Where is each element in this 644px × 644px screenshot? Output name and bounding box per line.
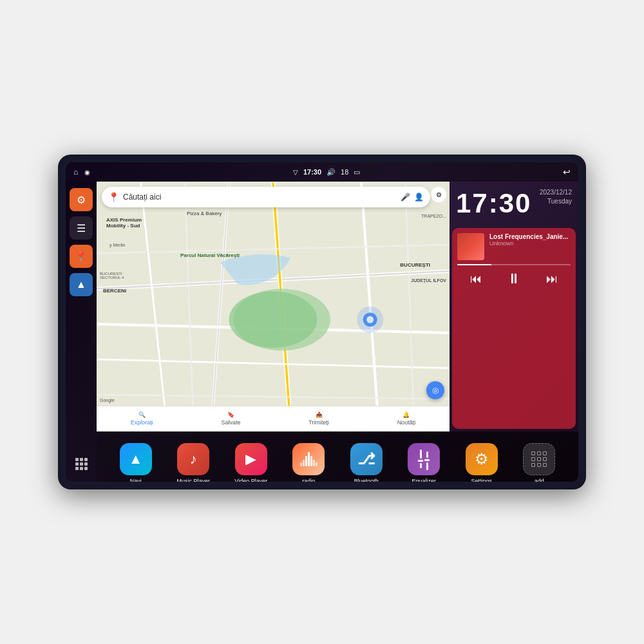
video-player-label: Video Player bbox=[234, 478, 267, 482]
navi-label: Navi bbox=[130, 478, 142, 482]
app-settings[interactable]: ⚙ Settings bbox=[462, 443, 501, 482]
navigate-icon: ▲ bbox=[76, 279, 86, 290]
map-bottom-bar: 🔍 Explorați 🔖 Salvate 📤 Trimiteți bbox=[97, 406, 450, 431]
app-video-player[interactable]: ▶ Video Player bbox=[232, 443, 270, 482]
prev-button[interactable]: ⏮ bbox=[468, 270, 484, 289]
app-add[interactable]: add bbox=[520, 443, 558, 482]
status-right: ↩ bbox=[563, 167, 571, 177]
saved-label: Salvate bbox=[222, 419, 241, 426]
map-label-buc4: BUCUREȘTISECTORUL 4 bbox=[100, 272, 124, 279]
settings-icon: ⚙ bbox=[466, 443, 498, 475]
sidebar-settings[interactable]: ⚙ bbox=[70, 188, 93, 211]
map-label-buc: BUCUREȘTI bbox=[400, 262, 430, 268]
music-track-info: Lost Frequencies_Janie... Unknown bbox=[457, 233, 571, 260]
map-tab-send[interactable]: 📤 Trimiteți bbox=[308, 412, 329, 426]
map-label-pizza: Pizza & Bakery bbox=[187, 211, 222, 216]
apps-dots bbox=[75, 458, 88, 470]
app-navi[interactable]: ▲ Navi bbox=[117, 443, 155, 482]
map-svg bbox=[97, 182, 450, 431]
add-grid bbox=[531, 451, 547, 467]
files-icon: ☰ bbox=[77, 222, 86, 234]
explore-label: Explorați bbox=[131, 419, 153, 426]
map-label-axis: AXIS PremiumMobility - Sud bbox=[106, 217, 142, 229]
bt-symbol: ⎇ bbox=[357, 450, 375, 468]
track-info: Lost Frequencies_Janie... Unknown bbox=[489, 233, 571, 247]
pause-button[interactable]: ⏸ bbox=[504, 268, 524, 290]
equalizer-label: Equalizer bbox=[412, 478, 436, 482]
google-maps-icon: 📍 bbox=[108, 192, 119, 202]
send-label: Trimiteți bbox=[308, 419, 329, 426]
svg-point-12 bbox=[229, 292, 317, 348]
add-label: add bbox=[535, 478, 544, 482]
app-bluetooth[interactable]: ⎇ Bluetooth bbox=[347, 443, 386, 482]
wifi-icon: ▽ bbox=[293, 169, 298, 176]
map-label-google: Google bbox=[100, 398, 115, 402]
sidebar-files[interactable]: ☰ bbox=[70, 216, 93, 240]
status-bar: ⌂ ◉ ▽ 17:30 🔊 18 ▭ ↩ bbox=[66, 162, 578, 182]
sidebar: ⚙ ☰ 📍 ▲ bbox=[66, 182, 97, 482]
battery-icon: ▭ bbox=[354, 168, 360, 176]
radio-label: radio bbox=[302, 478, 315, 482]
send-icon: 📤 bbox=[316, 412, 323, 418]
track-name: Lost Frequencies_Janie... bbox=[489, 233, 571, 240]
screen: ⌂ ◉ ▽ 17:30 🔊 18 ▭ ↩ ⚙ ☰ bbox=[66, 162, 578, 482]
music-controls: ⏮ ⏸ ⏭ bbox=[457, 268, 571, 290]
map-search-bar[interactable]: 📍 Căutați aici 🎤 👤 bbox=[102, 187, 430, 207]
explore-icon: 🔍 bbox=[138, 412, 146, 418]
back-icon[interactable]: ↩ bbox=[563, 167, 571, 177]
location-icon: 📍 bbox=[75, 251, 88, 263]
music-player-label: Music Player bbox=[176, 478, 210, 482]
map-status-icon[interactable]: ◉ bbox=[84, 169, 90, 176]
clock-section: 17:30 2023/12/12 Tuesday bbox=[450, 182, 578, 225]
video-player-icon: ▶ bbox=[235, 443, 267, 475]
status-center: ▽ 17:30 🔊 18 ▭ bbox=[293, 168, 360, 176]
news-icon: 🔔 bbox=[402, 412, 410, 418]
clock-time: 17:30 bbox=[456, 188, 531, 219]
app-grid: ▲ Navi ♪ Music Player ▶ bbox=[97, 431, 578, 482]
map-label-berceni: BERCENI bbox=[103, 288, 126, 294]
home-icon[interactable]: ⌂ bbox=[73, 167, 78, 176]
settings-icon: ⚙ bbox=[77, 194, 86, 206]
account-icon[interactable]: 👤 bbox=[414, 193, 424, 202]
settings-label: Settings bbox=[471, 478, 492, 482]
main-content: ⚙ ☰ 📍 ▲ bbox=[66, 182, 578, 482]
settings-symbol: ⚙ bbox=[475, 450, 489, 468]
center-content: AXIS PremiumMobility - Sud Pizza & Baker… bbox=[97, 182, 578, 482]
map-panel[interactable]: AXIS PremiumMobility - Sud Pizza & Baker… bbox=[97, 182, 450, 431]
map-settings-btn[interactable]: ⚙ bbox=[431, 187, 446, 202]
map-tab-news[interactable]: 🔔 Noutăți bbox=[397, 412, 416, 426]
top-panels: AXIS PremiumMobility - Sud Pizza & Baker… bbox=[97, 182, 578, 431]
app-radio[interactable]: radio bbox=[289, 443, 328, 482]
right-panel: 17:30 2023/12/12 Tuesday bbox=[450, 182, 578, 431]
map-label-parc: Parcul Natural Văcărești bbox=[180, 252, 240, 258]
map-tab-explore[interactable]: 🔍 Explorați bbox=[131, 412, 153, 426]
status-left: ⌂ ◉ bbox=[73, 167, 90, 176]
news-label: Noutăți bbox=[397, 419, 416, 426]
add-icon bbox=[523, 443, 555, 475]
app-music-player[interactable]: ♪ Music Player bbox=[174, 443, 213, 482]
music-player-icon: ♪ bbox=[177, 443, 209, 475]
sidebar-location[interactable]: 📍 bbox=[70, 245, 93, 268]
bluetooth-label: Bluetooth bbox=[354, 478, 379, 482]
app-equalizer[interactable]: Equalizer bbox=[404, 443, 443, 482]
map-search-text[interactable]: Căutați aici bbox=[123, 193, 397, 202]
music-widget: Lost Frequencies_Janie... Unknown ⏮ ⏸ ⏭ bbox=[452, 228, 576, 429]
apps-grid-button[interactable] bbox=[70, 452, 93, 475]
battery-level: 18 bbox=[341, 168, 348, 176]
location-fab[interactable]: ◎ bbox=[426, 381, 444, 399]
map-label-merlin: y Merlin bbox=[109, 243, 126, 247]
next-button[interactable]: ⏭ bbox=[544, 270, 560, 289]
clock-date: 2023/12/12 Tuesday bbox=[540, 188, 572, 206]
mic-icon[interactable]: 🎤 bbox=[401, 193, 410, 202]
map-label-trapez: TRAPEZO... bbox=[421, 214, 446, 218]
navi-symbol: ▲ bbox=[129, 451, 143, 468]
map-tab-saved[interactable]: 🔖 Salvate bbox=[222, 412, 241, 426]
track-artist: Unknown bbox=[489, 240, 571, 247]
svg-point-19 bbox=[357, 307, 383, 333]
album-art bbox=[457, 233, 484, 260]
radio-icon bbox=[292, 443, 325, 475]
video-symbol: ▶ bbox=[245, 451, 256, 468]
sidebar-navigate[interactable]: ▲ bbox=[70, 273, 93, 296]
progress-bar[interactable] bbox=[457, 264, 571, 265]
device: ⌂ ◉ ▽ 17:30 🔊 18 ▭ ↩ ⚙ ☰ bbox=[58, 155, 586, 489]
